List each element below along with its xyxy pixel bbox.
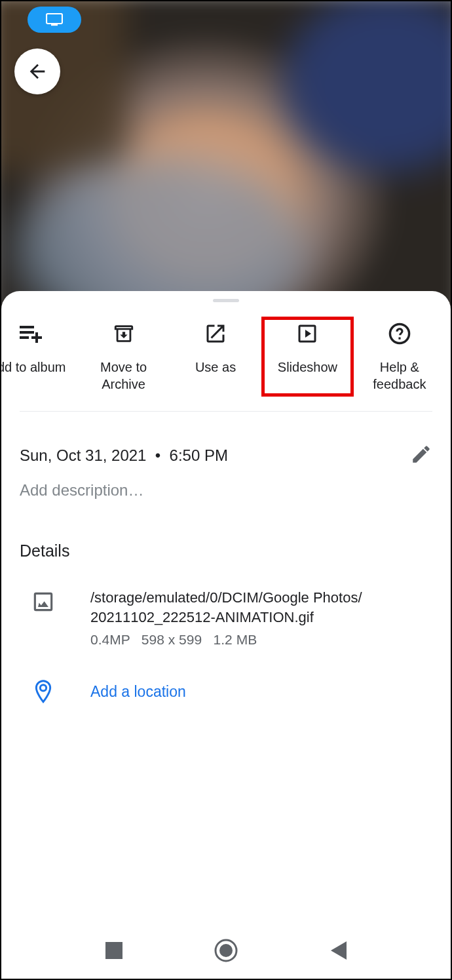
location-row[interactable]: Add a location bbox=[1, 648, 451, 705]
file-path: /storage/emulated/0/DCIM/Google Photos/ … bbox=[90, 588, 432, 627]
info-bottom-sheet: dd to album Move to Archive Use as bbox=[1, 291, 451, 979]
add-location-link[interactable]: Add a location bbox=[90, 683, 432, 701]
archive-icon bbox=[112, 323, 136, 345]
pencil-icon bbox=[410, 443, 432, 465]
svg-rect-0 bbox=[47, 14, 62, 24]
cast-icon bbox=[46, 13, 63, 26]
edit-datetime-button[interactable] bbox=[410, 443, 432, 468]
action-label: Use as bbox=[195, 359, 236, 376]
use-as-action[interactable]: Use as bbox=[170, 317, 261, 397]
add-to-album-action[interactable]: dd to album bbox=[1, 317, 77, 397]
nav-back-button[interactable] bbox=[330, 941, 347, 962]
file-meta: 0.4MP598 x 5991.2 MB bbox=[90, 632, 432, 648]
nav-recents-button[interactable] bbox=[105, 942, 122, 962]
nav-home-button[interactable] bbox=[214, 938, 238, 966]
svg-point-5 bbox=[219, 944, 233, 957]
file-detail-row: /storage/emulated/0/DCIM/Google Photos/ … bbox=[1, 560, 451, 648]
action-label: dd to album bbox=[1, 359, 66, 376]
sheet-drag-handle[interactable] bbox=[213, 299, 239, 302]
actions-row: dd to album Move to Archive Use as bbox=[20, 305, 432, 412]
svg-rect-1 bbox=[51, 24, 58, 26]
cast-status-pill bbox=[28, 7, 81, 33]
image-icon bbox=[31, 589, 56, 614]
datetime-row: Sun, Oct 31, 2021 • 6:50 PM bbox=[1, 412, 451, 468]
move-to-archive-action[interactable]: Move to Archive bbox=[77, 317, 169, 397]
open-external-icon bbox=[204, 322, 227, 345]
help-icon bbox=[387, 321, 412, 346]
action-label: Move to Archive bbox=[80, 359, 166, 393]
action-label: Help & feedback bbox=[356, 359, 443, 393]
svg-rect-3 bbox=[105, 942, 122, 959]
arrow-back-icon bbox=[26, 60, 48, 83]
back-button[interactable] bbox=[14, 49, 60, 94]
description-input[interactable]: Add description… bbox=[1, 468, 451, 500]
slideshow-action[interactable]: Slideshow bbox=[261, 317, 353, 397]
highlight-annotation bbox=[261, 317, 353, 397]
android-nav-bar bbox=[1, 925, 451, 979]
photo-preview[interactable] bbox=[0, 0, 452, 332]
help-feedback-action[interactable]: Help & feedback bbox=[354, 317, 445, 397]
photo-datetime: Sun, Oct 31, 2021 • 6:50 PM bbox=[20, 446, 228, 465]
details-heading: Details bbox=[1, 500, 451, 560]
location-pin-icon bbox=[33, 679, 54, 705]
playlist-add-icon bbox=[18, 323, 45, 344]
